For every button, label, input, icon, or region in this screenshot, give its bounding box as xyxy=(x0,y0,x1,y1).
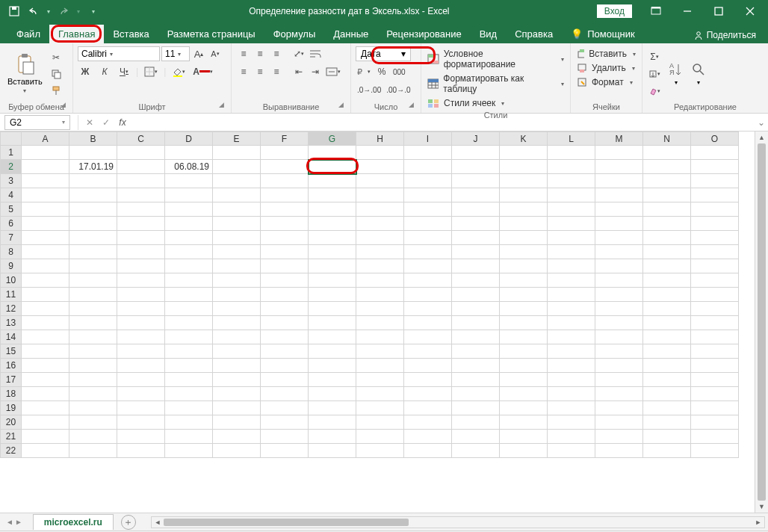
column-header[interactable]: J xyxy=(452,132,500,146)
cell[interactable] xyxy=(452,217,500,231)
cell[interactable] xyxy=(261,160,309,174)
cell[interactable] xyxy=(165,430,213,444)
column-header[interactable]: M xyxy=(595,132,643,146)
cell[interactable] xyxy=(22,373,69,387)
cell[interactable] xyxy=(261,387,309,401)
align-center-icon[interactable]: ≡ xyxy=(253,64,267,79)
cell[interactable] xyxy=(404,146,452,160)
cell[interactable] xyxy=(213,387,261,401)
cell[interactable] xyxy=(69,273,117,288)
cell[interactable] xyxy=(643,359,691,373)
cell[interactable] xyxy=(595,373,643,387)
column-header[interactable]: H xyxy=(356,132,404,146)
cell[interactable] xyxy=(404,387,452,401)
name-box[interactable]: G2▾ xyxy=(4,115,70,130)
cell[interactable] xyxy=(117,401,165,415)
cell[interactable] xyxy=(691,259,739,273)
cell[interactable] xyxy=(261,231,309,245)
cell[interactable] xyxy=(500,430,548,444)
cell[interactable] xyxy=(500,288,548,302)
cancel-formula-icon[interactable]: ✕ xyxy=(81,115,98,130)
cell[interactable] xyxy=(117,288,165,302)
cell[interactable] xyxy=(356,288,404,302)
cell[interactable] xyxy=(213,188,261,202)
row-header[interactable]: 11 xyxy=(1,288,22,302)
cell[interactable] xyxy=(165,273,213,288)
cell[interactable] xyxy=(165,373,213,387)
cell[interactable] xyxy=(548,415,595,430)
cell[interactable] xyxy=(309,259,356,273)
cell[interactable] xyxy=(309,302,356,316)
cell[interactable] xyxy=(117,202,165,217)
vscroll-thumb[interactable] xyxy=(758,143,766,501)
cell[interactable] xyxy=(595,415,643,430)
tab-file[interactable]: Файл xyxy=(7,25,49,43)
cell[interactable] xyxy=(69,245,117,259)
column-header[interactable]: A xyxy=(22,132,69,146)
cell[interactable] xyxy=(500,344,548,359)
cell[interactable] xyxy=(595,174,643,188)
cell[interactable] xyxy=(117,273,165,288)
row-header[interactable]: 4 xyxy=(1,188,22,202)
cell[interactable] xyxy=(309,174,356,188)
cell[interactable] xyxy=(261,316,309,330)
align-middle-icon[interactable]: ≡ xyxy=(253,46,267,61)
cell[interactable] xyxy=(165,174,213,188)
cell[interactable] xyxy=(691,202,739,217)
cell[interactable] xyxy=(309,316,356,330)
cell[interactable] xyxy=(500,231,548,245)
cell[interactable] xyxy=(452,245,500,259)
cell[interactable] xyxy=(643,146,691,160)
cell[interactable] xyxy=(691,359,739,373)
cell[interactable] xyxy=(643,430,691,444)
column-header[interactable]: K xyxy=(500,132,548,146)
cell[interactable] xyxy=(643,415,691,430)
cell[interactable] xyxy=(356,373,404,387)
tab-view[interactable]: Вид xyxy=(471,25,507,43)
save-icon[interactable] xyxy=(6,3,22,19)
cell[interactable] xyxy=(404,273,452,288)
cell[interactable] xyxy=(595,273,643,288)
cell[interactable] xyxy=(117,344,165,359)
cell[interactable] xyxy=(452,373,500,387)
cell[interactable] xyxy=(643,188,691,202)
underline-button[interactable]: Ч ▾ xyxy=(117,64,131,79)
row-header[interactable]: 20 xyxy=(1,415,22,430)
cell[interactable] xyxy=(165,401,213,415)
cell[interactable] xyxy=(22,245,69,259)
cell[interactable] xyxy=(261,146,309,160)
cell[interactable] xyxy=(691,160,739,174)
cell[interactable] xyxy=(213,316,261,330)
cell[interactable] xyxy=(595,302,643,316)
cell[interactable] xyxy=(548,430,595,444)
cell[interactable] xyxy=(691,231,739,245)
cell[interactable] xyxy=(69,188,117,202)
expand-formula-bar-icon[interactable]: ⌄ xyxy=(755,117,768,128)
cell[interactable] xyxy=(452,316,500,330)
row-header[interactable]: 3 xyxy=(1,174,22,188)
cell[interactable] xyxy=(404,302,452,316)
align-bottom-icon[interactable]: ≡ xyxy=(269,46,284,61)
fill-color-button[interactable]: ▾ xyxy=(170,64,187,79)
cell[interactable] xyxy=(356,316,404,330)
cell[interactable] xyxy=(22,188,69,202)
cell[interactable] xyxy=(548,288,595,302)
cell[interactable] xyxy=(356,174,404,188)
cell[interactable] xyxy=(356,330,404,344)
cell[interactable] xyxy=(213,302,261,316)
cell[interactable] xyxy=(595,344,643,359)
decrease-decimal-icon[interactable]: .00→.0 xyxy=(385,82,412,97)
row-header[interactable]: 14 xyxy=(1,330,22,344)
cell[interactable] xyxy=(261,344,309,359)
cell[interactable] xyxy=(309,373,356,387)
vertical-scrollbar[interactable]: ▲ ▼ xyxy=(755,132,768,513)
alignment-launcher[interactable]: ◢ xyxy=(338,101,347,110)
accounting-format-icon[interactable]: ₽▾ xyxy=(356,64,372,79)
cell[interactable] xyxy=(117,330,165,344)
cell[interactable] xyxy=(595,188,643,202)
cell[interactable] xyxy=(548,273,595,288)
cell[interactable] xyxy=(69,387,117,401)
number-format-combo[interactable]: Дата▾ xyxy=(356,46,411,61)
cell[interactable] xyxy=(22,146,69,160)
redo-icon[interactable] xyxy=(55,3,72,19)
